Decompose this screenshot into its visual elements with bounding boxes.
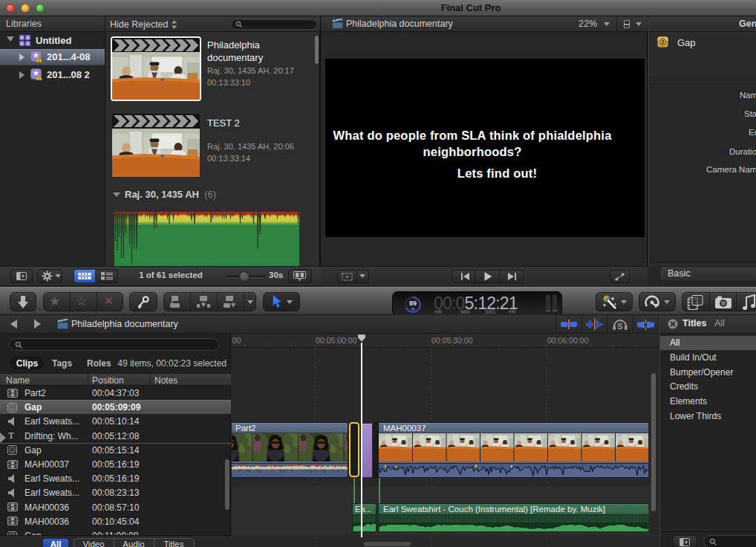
svg-text:2: 2 [11,406,14,410]
svg-text:!: ! [39,58,40,62]
svg-text:2: 2 [11,448,14,453]
svg-text:S: S [617,322,622,331]
svg-text:%: % [411,307,415,311]
svg-text:!: ! [39,76,40,80]
svg-text:89: 89 [409,300,417,307]
svg-text:2: 2 [662,39,665,45]
